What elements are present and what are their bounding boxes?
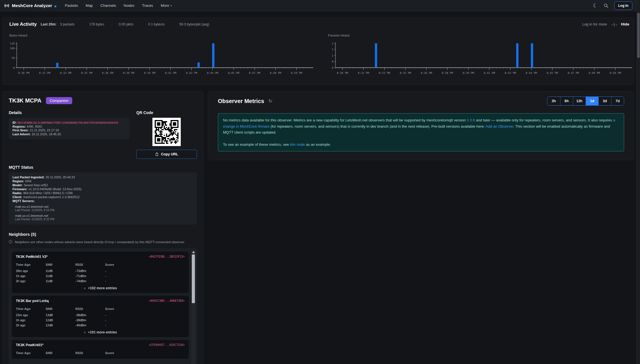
- horizontal-resize-icon[interactable]: ←|→: [611, 22, 617, 26]
- nav-item-nodes[interactable]: Nodes: [124, 3, 135, 8]
- nav-item-channels[interactable]: Channels: [101, 3, 116, 8]
- scrollbar-thumb[interactable]: [192, 254, 195, 303]
- chart-bar: [375, 43, 377, 68]
- chart-bar: [197, 63, 200, 68]
- svg-text:8:33 PM: 8:33 PM: [60, 71, 71, 74]
- svg-text:8:32 PM: 8:32 PM: [358, 71, 369, 74]
- svg-text:8:47 PM: 8:47 PM: [567, 71, 579, 74]
- mqtt-server-host: mqtt-eu-v1.letsmesh.net: [15, 205, 193, 209]
- packets-heard-chart: Packets Heard 001118:30 PM8:32 PM8:33 PM…: [326, 34, 633, 80]
- svg-text:8:48 PM: 8:48 PM: [589, 71, 600, 74]
- notice-link[interactable]: this node: [290, 142, 305, 147]
- packets-heard-plot: 001118:30 PM8:32 PM8:33 PM8:35 PM8:36 PM…: [326, 40, 633, 80]
- neighbor-cell: 28m ago: [16, 268, 46, 273]
- svg-text:8:48 PM: 8:48 PM: [270, 71, 281, 74]
- search-icon[interactable]: [603, 3, 609, 8]
- mqtt-field: Last Packet Ingested:26.11.2025, 20:44:3…: [12, 175, 193, 179]
- nav-item-packets[interactable]: Packets: [65, 3, 78, 8]
- page-scrollbar[interactable]: [636, 0, 640, 364]
- refresh-icon[interactable]: ↻: [268, 98, 272, 104]
- mqtt-server-last-packet: Last Packet: 11/26/25, 8:15 PM: [15, 209, 193, 212]
- neighbor-col-header: Time Ago: [16, 307, 46, 312]
- svg-text:1: 1: [332, 42, 333, 45]
- copy-url-button[interactable]: Copy URL: [136, 150, 197, 159]
- log-in-for-more-link[interactable]: Log in for more: [582, 22, 607, 26]
- details-label: Details: [9, 110, 129, 115]
- neighbor-name: TK3K PwMch01 V2*: [16, 255, 48, 259]
- svg-text:1: 1: [332, 54, 333, 57]
- chevron-down-icon: ∨: [84, 286, 86, 290]
- neighbor-col-header: SNR: [46, 307, 75, 312]
- live-stats: 3 packets178 bytes0.00 pkt/s0.1 bytes/s5…: [57, 22, 209, 26]
- neighbor-col-header: Score: [105, 307, 185, 312]
- range-button-7d[interactable]: 7d: [611, 97, 624, 105]
- neighbor-cell: -74dBm: [75, 279, 105, 284]
- neighbor-id[interactable]: <A94CC380...3A6873E8>: [149, 299, 185, 302]
- node-header: TK3K MCPA Companion: [9, 97, 197, 104]
- brand-name: MeshCore Analyzer: [12, 3, 52, 8]
- nav-item-traces[interactable]: Traces: [142, 3, 153, 8]
- neighbor-table: Time AgoSNRRSSIScore: [16, 351, 185, 357]
- live-stat: 3 packets: [60, 22, 75, 26]
- live-activity-panel: Live Activity Last 20m: 3 packets178 byt…: [2, 18, 634, 85]
- node-title: TK3K MCPA: [9, 97, 41, 104]
- neighbors-scrollbar[interactable]: [191, 250, 195, 364]
- live-window-label: Last 20m:: [41, 22, 57, 26]
- metrics-title: Observer Metrics: [218, 98, 264, 104]
- neighbor-id[interactable]: <0427CE9B...2B515F23>: [149, 255, 185, 258]
- mqtt-status-label: MQTT Status: [9, 165, 197, 170]
- hide-button[interactable]: Hide: [621, 22, 629, 26]
- range-button-12h[interactable]: 12h: [573, 97, 586, 105]
- neighbor-col-header: SNR: [46, 351, 75, 357]
- qr-column: QR Code Copy URL: [136, 104, 197, 159]
- scroll-up-arrow-icon[interactable]: [192, 251, 195, 253]
- login-button[interactable]: Log In: [614, 1, 632, 10]
- svg-text:8:47 PM: 8:47 PM: [249, 71, 260, 74]
- neighbor-cell: 12dB: [46, 318, 75, 323]
- neighbor-cell: 13dB: [46, 312, 75, 318]
- notice-link[interactable]: Add an Observer: [486, 124, 513, 129]
- page-scrollbar-thumb[interactable]: [637, 13, 640, 58]
- more-entries-button[interactable]: ∨+102 more entries: [16, 284, 185, 291]
- qr-code: [152, 118, 181, 146]
- neighbor-col-header: RSSI: [75, 262, 105, 268]
- theme-toggle-moon-icon[interactable]: ☾: [593, 3, 598, 8]
- detail-field: First Seen:21.11.2025, 22:17:10: [12, 129, 126, 132]
- live-stat: 0.1 bytes/s: [137, 22, 165, 26]
- neighbor-cell: -: [105, 273, 185, 279]
- neighbor-id[interactable]: <CF5E0437...915C7226>: [149, 343, 185, 346]
- nav-item-more[interactable]: More ▾: [161, 3, 172, 8]
- neighbor-card: TK3K PowKrk01*<CF5E0437...915C7226>Time …: [12, 340, 189, 359]
- neighbor-cell: 1h ago: [16, 273, 46, 279]
- more-entries-button[interactable]: ∨+101 more entries: [16, 328, 185, 335]
- notice-text: and later — available only for repeaters…: [475, 118, 613, 122]
- svg-text:8:39 PM: 8:39 PM: [463, 71, 474, 74]
- nav-item-map[interactable]: Map: [86, 3, 93, 8]
- notice-text: (for repeaters, room servers, and sensor…: [269, 124, 486, 129]
- svg-text:8:44 PM: 8:44 PM: [207, 71, 218, 74]
- broadcast-icon: [4, 3, 10, 8]
- chart-bar: [531, 43, 533, 68]
- range-button-1d[interactable]: 1d: [586, 97, 598, 105]
- neighbor-cell: 2h ago: [16, 279, 46, 284]
- chevron-down-icon: ▾: [171, 4, 172, 7]
- mqtt-field: Client:meshcore-packet-capture/1.1.3-9b6…: [12, 195, 193, 199]
- neighbor-col-header: RSSI: [75, 351, 105, 357]
- neighbor-header: TK3K PowKrk01*<CF5E0437...915C7226>: [16, 343, 185, 347]
- range-button-3h[interactable]: 3h: [547, 97, 560, 105]
- notification-dot: [54, 5, 56, 7]
- neighbor-name: TK3K Bar pod Lorką: [16, 299, 49, 303]
- time-range-group: 3h6h12h1d3d7d: [547, 97, 624, 106]
- range-button-6h[interactable]: 6h: [560, 97, 573, 105]
- nav-right: ☾ Log In: [593, 1, 632, 10]
- svg-text:8:30 PM: 8:30 PM: [18, 71, 29, 74]
- brand[interactable]: MeshCore Analyzer: [4, 3, 56, 8]
- svg-text:8:38 PM: 8:38 PM: [442, 71, 453, 74]
- range-button-3d[interactable]: 3d: [598, 97, 611, 105]
- svg-text:8:42 PM: 8:42 PM: [186, 71, 197, 74]
- neighbor-cell: 11dB: [46, 273, 75, 279]
- notice-link[interactable]: 1.0.6: [467, 118, 475, 122]
- notice-paragraph: To see an example of these metrics, see …: [223, 142, 619, 148]
- notice-paragraph: No metrics data available for this obser…: [223, 117, 619, 136]
- neighbor-card: TK3K PwMch01 V2*<0427CE9B...2B515F23>Tim…: [12, 252, 189, 293]
